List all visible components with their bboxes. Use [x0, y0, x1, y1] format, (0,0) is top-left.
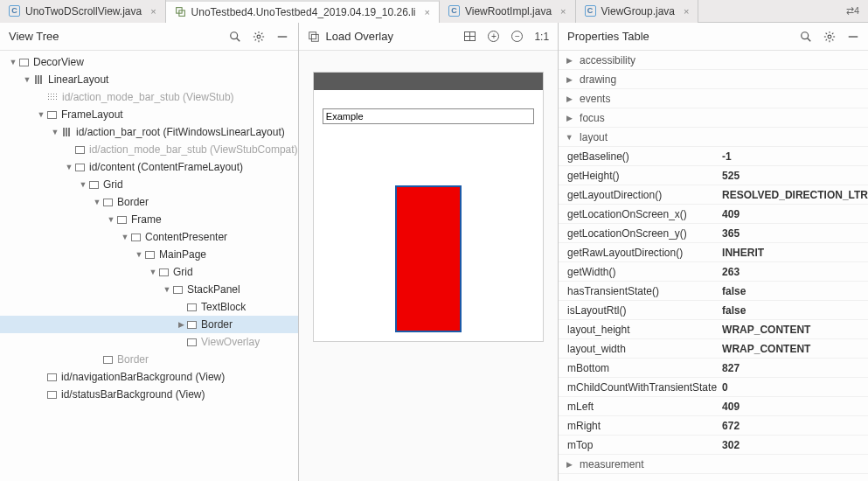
zoom-in-icon[interactable]: + [487, 30, 500, 43]
tree-node[interactable]: ▼Frame [0, 211, 298, 228]
svg-line-26 [831, 32, 832, 33]
minimize-icon[interactable] [846, 30, 859, 43]
properties-table[interactable]: ▶accessibility▶drawing▶events▶focus▼layo… [559, 51, 868, 474]
property-row[interactable]: getWidth()263 [559, 262, 868, 282]
tabs-overflow-indicator[interactable]: ⇄4 [837, 5, 868, 17]
close-icon[interactable]: × [557, 6, 566, 17]
chevron-down-icon[interactable]: ▼ [147, 268, 159, 276]
property-group[interactable]: ▶events [559, 89, 868, 108]
close-icon[interactable]: × [680, 6, 689, 17]
tree-node[interactable]: ▼MainPage [0, 246, 298, 263]
chevron-down-icon[interactable]: ▼ [77, 180, 89, 189]
property-value: 827 [719, 362, 868, 374]
close-icon[interactable]: × [420, 7, 429, 17]
chevron-right-icon[interactable]: ▶ [175, 320, 187, 329]
tree-node[interactable]: Border [0, 351, 298, 368]
property-row[interactable]: getLocationOnScreen_x()409 [559, 205, 868, 224]
chevron-down-icon[interactable]: ▼ [161, 285, 173, 294]
property-row[interactable]: mBottom827 [559, 359, 868, 378]
gear-icon[interactable] [823, 30, 836, 43]
svg-line-10 [261, 38, 262, 39]
chevron-down-icon[interactable]: ▼ [91, 198, 103, 206]
tree-node[interactable]: TextBlock [0, 298, 298, 316]
chevron-down-icon[interactable]: ▼ [35, 110, 47, 119]
tree-node[interactable]: ▼id/content (ContentFrameLayout) [0, 158, 298, 176]
editor-tab[interactable]: CUnoTwoDScrollView.java× [0, 0, 166, 23]
view-tree[interactable]: ▼DecorView▼LinearLayoutid/action_mode_ba… [0, 51, 298, 403]
property-row[interactable]: getLocationOnScreen_y()365 [559, 224, 868, 243]
tree-node[interactable]: ▼Grid [0, 176, 298, 193]
zoom-ratio[interactable]: 1:1 [534, 31, 549, 43]
property-group[interactable]: ▶accessibility [559, 51, 868, 70]
property-row[interactable]: layout_heightWRAP_CONTENT [559, 320, 868, 339]
tree-node[interactable]: ▼DecorView [0, 53, 298, 71]
tree-node[interactable]: id/statusBarBackground (View) [0, 386, 298, 403]
search-icon[interactable] [229, 30, 242, 43]
property-group-label: focus [580, 112, 740, 124]
editor-tab[interactable]: CViewGroup.java× [576, 0, 699, 23]
tree-node[interactable]: ▼StackPanel [0, 281, 298, 298]
chevron-right-icon[interactable]: ▶ [559, 114, 580, 122]
chevron-right-icon[interactable]: ▶ [559, 56, 580, 65]
overlay-canvas[interactable] [299, 51, 559, 481]
tree-node[interactable]: id/navigationBarBackground (View) [0, 368, 298, 386]
minimize-icon[interactable] [276, 30, 289, 43]
property-group[interactable]: ▶focus [559, 108, 868, 128]
property-row[interactable]: mRight672 [559, 416, 868, 436]
tree-node[interactable]: id/action_mode_bar_stub (ViewStub) [0, 88, 298, 106]
property-row[interactable]: isLayoutRtl()false [559, 301, 868, 320]
property-value: false [719, 304, 868, 317]
tab-label: ViewRootImpl.java [465, 5, 552, 17]
property-row[interactable]: mLeft409 [559, 397, 868, 416]
chevron-down-icon[interactable]: ▼ [105, 215, 117, 224]
search-icon[interactable] [799, 30, 812, 43]
property-group[interactable]: ▶drawing [559, 70, 868, 89]
property-row[interactable]: mTop302 [559, 436, 868, 455]
chevron-down-icon[interactable]: ▼ [119, 233, 131, 241]
property-row[interactable]: layout_widthWRAP_CONTENT [559, 339, 868, 359]
property-group[interactable]: ▶measurement [559, 455, 868, 474]
grid-toggle-icon[interactable] [463, 30, 476, 43]
property-row[interactable]: getLayoutDirection()RESOLVED_DIRECTION_L… [559, 185, 868, 205]
editor-tab[interactable]: CViewRootImpl.java× [440, 0, 576, 23]
tree-node-label: Frame [131, 213, 162, 226]
editor-tab[interactable]: UnoTestbed4.UnoTestbed4_2019.04.19_10.26… [166, 0, 440, 23]
property-row[interactable]: hasTransientState()false [559, 282, 868, 301]
close-icon[interactable]: × [147, 6, 156, 17]
chevron-down-icon[interactable]: ▼ [63, 163, 75, 171]
property-row[interactable]: mChildCountWithTransientState0 [559, 378, 868, 397]
chevron-right-icon[interactable]: ▶ [559, 94, 580, 103]
property-row[interactable]: getRawLayoutDirection()INHERIT [559, 243, 868, 262]
tree-node[interactable]: ▼FrameLayout [0, 106, 298, 123]
chevron-right-icon[interactable]: ▶ [559, 460, 580, 469]
tree-node[interactable]: ▼Grid [0, 263, 298, 281]
node-type-icon [33, 75, 44, 84]
svg-line-11 [255, 38, 256, 39]
chevron-down-icon[interactable]: ▼ [559, 133, 580, 142]
tree-node[interactable]: ▶Border [0, 316, 298, 333]
chevron-down-icon[interactable]: ▼ [49, 128, 61, 136]
chevron-down-icon[interactable]: ▼ [21, 75, 33, 84]
property-group[interactable]: ▼layout [559, 128, 868, 147]
tree-node[interactable]: ▼Border [0, 193, 298, 211]
overlay-title: Load Overlay [326, 30, 464, 43]
gear-icon[interactable] [253, 30, 266, 43]
tree-node[interactable]: ▼LinearLayout [0, 71, 298, 88]
tree-node[interactable]: ▼ContentPresenter [0, 228, 298, 246]
property-value: RESOLVED_DIRECTION_LTR [719, 189, 868, 201]
chevron-down-icon[interactable]: ▼ [133, 250, 145, 259]
chevron-down-icon[interactable]: ▼ [7, 58, 19, 66]
tree-node-label: StackPanel [187, 283, 240, 296]
zoom-out-icon[interactable]: − [510, 30, 524, 43]
tree-node-label: TextBlock [201, 301, 246, 313]
chevron-right-icon[interactable]: ▶ [559, 75, 580, 84]
example-input[interactable] [323, 108, 534, 124]
tree-node[interactable]: ViewOverlay [0, 333, 298, 351]
tree-node-label: Border [117, 353, 149, 366]
property-row[interactable]: getHeight()525 [559, 166, 868, 185]
tree-node[interactable]: ▼id/action_bar_root (FitWindowsLinearLay… [0, 123, 298, 141]
property-row[interactable]: getBaseline()-1 [559, 147, 868, 166]
tree-node[interactable]: id/action_mode_bar_stub (ViewStubCompat) [0, 141, 298, 158]
node-type-icon [187, 338, 197, 346]
selected-view-highlight[interactable] [395, 185, 462, 332]
